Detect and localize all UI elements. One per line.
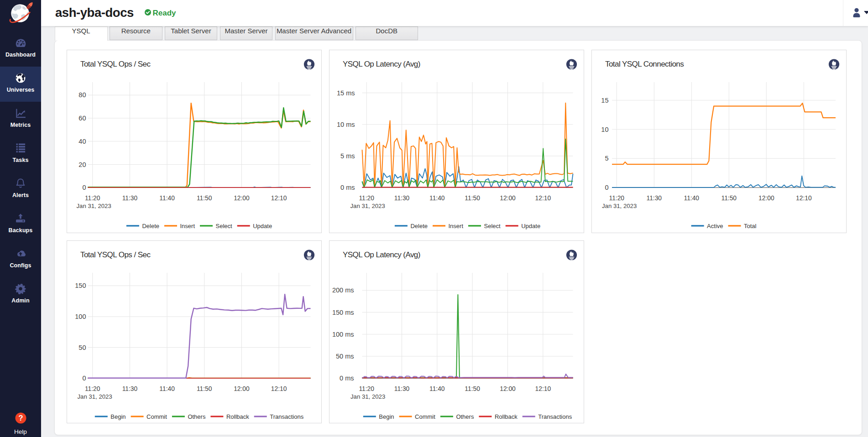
svg-text:11:20: 11:20 [359, 195, 374, 202]
svg-text:11:30: 11:30 [394, 195, 409, 202]
svg-text:40: 40 [78, 138, 86, 145]
svg-text:12:10: 12:10 [535, 385, 551, 392]
svg-text:Jan 31, 2023: Jan 31, 2023 [76, 203, 111, 209]
svg-text:11:50: 11:50 [196, 385, 212, 392]
svg-text:12:00: 12:00 [234, 385, 250, 392]
svg-text:11:40: 11:40 [429, 195, 445, 202]
svg-text:150: 150 [75, 282, 86, 289]
svg-text:50: 50 [78, 343, 86, 351]
svg-text:Transactions: Transactions [270, 413, 303, 420]
svg-text:15 ms: 15 ms [337, 89, 355, 97]
svg-text:YSQL Op Latency (Avg): YSQL Op Latency (Avg) [343, 60, 420, 68]
svg-text:?: ? [18, 414, 23, 422]
svg-text:12:00: 12:00 [234, 195, 250, 202]
svg-text:11:30: 11:30 [394, 385, 409, 392]
svg-text:Update: Update [521, 223, 540, 229]
svg-text:Delete: Delete [410, 223, 428, 229]
svg-text:200 ms: 200 ms [332, 286, 354, 294]
svg-text:11:20: 11:20 [84, 195, 100, 202]
svg-text:Select: Select [215, 223, 232, 229]
svg-text:12:00: 12:00 [500, 385, 516, 392]
svg-text:100: 100 [75, 313, 86, 320]
svg-text:Others: Others [456, 413, 474, 420]
svg-text:20: 20 [78, 161, 86, 168]
svg-text:11:50: 11:50 [465, 385, 480, 392]
svg-text:Total YSQL Connections: Total YSQL Connections [605, 60, 684, 68]
svg-text:Delete: Delete [142, 223, 159, 229]
svg-text:Commit: Commit [146, 413, 167, 420]
svg-text:0: 0 [82, 184, 86, 191]
svg-text:Total: Total [744, 223, 757, 229]
svg-text:Commit: Commit [415, 413, 435, 420]
svg-text:Begin: Begin [379, 413, 394, 420]
svg-text:11:30: 11:30 [122, 385, 137, 392]
svg-text:Jan 31, 2023: Jan 31, 2023 [350, 203, 385, 209]
svg-text:11:50: 11:50 [721, 195, 737, 202]
svg-text:12:00: 12:00 [500, 195, 516, 202]
svg-text:12:10: 12:10 [796, 195, 812, 202]
svg-text:12:00: 12:00 [758, 195, 774, 202]
svg-text:11:20: 11:20 [609, 195, 624, 202]
svg-text:Update: Update [253, 223, 272, 229]
svg-text:10 ms: 10 ms [337, 121, 355, 128]
svg-text:12:10: 12:10 [271, 385, 287, 392]
svg-text:Rollback: Rollback [494, 413, 517, 420]
svg-text:Insert: Insert [180, 223, 195, 229]
svg-text:15: 15 [601, 97, 608, 104]
svg-text:YSQL Op Latency (Avg): YSQL Op Latency (Avg) [343, 250, 420, 259]
svg-text:11:40: 11:40 [684, 195, 699, 202]
svg-text:Total YSQL Ops / Sec: Total YSQL Ops / Sec [80, 250, 151, 259]
svg-text:50 ms: 50 ms [336, 353, 354, 360]
svg-text:0: 0 [605, 184, 608, 191]
svg-text:Active: Active [707, 223, 723, 229]
svg-text:11:40: 11:40 [429, 385, 445, 392]
svg-text:10: 10 [601, 126, 608, 133]
svg-text:60: 60 [78, 114, 86, 122]
svg-text:Begin: Begin [110, 413, 125, 420]
svg-text:12:10: 12:10 [271, 195, 287, 202]
svg-text:11:20: 11:20 [84, 385, 100, 392]
svg-text:11:20: 11:20 [359, 385, 374, 392]
svg-text:Insert: Insert [448, 223, 463, 229]
svg-text:12:10: 12:10 [535, 195, 551, 202]
svg-text:Jan 31, 2023: Jan 31, 2023 [602, 203, 637, 209]
svg-text:5: 5 [605, 155, 608, 162]
svg-text:11:30: 11:30 [122, 195, 137, 202]
svg-text:11:40: 11:40 [159, 385, 175, 392]
svg-text:0 ms: 0 ms [340, 375, 354, 382]
svg-text:80: 80 [78, 91, 86, 99]
svg-text:100 ms: 100 ms [332, 330, 354, 338]
svg-text:150 ms: 150 ms [332, 308, 354, 316]
svg-text:Select: Select [484, 223, 501, 229]
svg-text:Others: Others [188, 413, 206, 420]
svg-text:Jan 31, 2023: Jan 31, 2023 [350, 393, 385, 400]
svg-text:0 ms: 0 ms [340, 184, 355, 191]
svg-text:Transactions: Transactions [538, 413, 572, 420]
svg-text:Rollback: Rollback [226, 413, 249, 420]
svg-text:11:30: 11:30 [646, 195, 662, 202]
svg-text:11:50: 11:50 [196, 195, 212, 202]
svg-text:5 ms: 5 ms [340, 152, 355, 160]
svg-text:Total YSQL Ops / Sec: Total YSQL Ops / Sec [80, 60, 151, 68]
svg-text:0: 0 [82, 375, 86, 382]
svg-text:Jan 31, 2023: Jan 31, 2023 [77, 393, 112, 400]
svg-text:11:50: 11:50 [465, 195, 480, 202]
svg-text:11:40: 11:40 [159, 195, 175, 202]
